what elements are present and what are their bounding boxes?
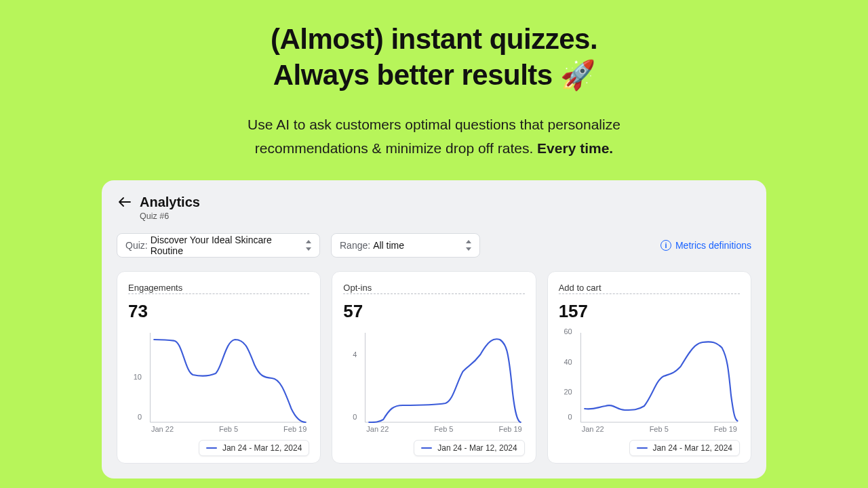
- card-value: 157: [559, 301, 740, 322]
- engagements-chart: 10 0 Jan 22 Feb 5 Feb 19: [128, 327, 309, 436]
- page-title: Analytics: [140, 195, 200, 210]
- metrics-definitions-link[interactable]: i Metrics definitions: [660, 240, 751, 251]
- info-icon: i: [660, 240, 671, 251]
- chevron-updown-icon: [304, 239, 313, 251]
- xtick: Jan 22: [151, 425, 174, 436]
- metrics-link-label: Metrics definitions: [675, 240, 751, 251]
- legend-label: Jan 24 - Mar 12, 2024: [437, 443, 517, 453]
- xtick: Feb 5: [650, 425, 669, 436]
- engagements-card: Engagements 73 10 0 Jan 22: [117, 271, 321, 464]
- hero-sub-line2: recommendations & minimize drop off rate…: [255, 140, 533, 156]
- xtick: Feb 19: [714, 425, 737, 436]
- card-title: Opt-ins: [343, 283, 524, 294]
- legend-swatch-icon: [637, 447, 648, 449]
- chart-legend: Jan 24 - Mar 12, 2024: [199, 440, 309, 456]
- xtick: Feb 19: [498, 425, 521, 436]
- xtick: Feb 5: [434, 425, 453, 436]
- quiz-select[interactable]: Quiz: Discover Your Ideal Skincare Routi…: [117, 233, 320, 258]
- hero-line2: Always better results: [273, 59, 553, 91]
- card-value: 57: [343, 301, 524, 322]
- optins-card: Opt-ins 57 4 0 Jan 22: [332, 271, 536, 464]
- xtick: Jan 22: [366, 425, 389, 436]
- card-value: 73: [128, 301, 309, 322]
- legend-label: Jan 24 - Mar 12, 2024: [653, 443, 732, 453]
- range-select[interactable]: Range: All time: [331, 233, 480, 258]
- hero-sub-bold: Every time.: [537, 140, 613, 156]
- hero-title: (Almost) instant quizzes. Always better …: [0, 22, 868, 93]
- hero-line1: (Almost) instant quizzes.: [271, 23, 597, 55]
- legend-label: Jan 24 - Mar 12, 2024: [222, 443, 302, 453]
- analytics-panel: Analytics Quiz #6 Quiz: Discover Your Id…: [102, 180, 766, 479]
- hero: (Almost) instant quizzes. Always better …: [0, 0, 868, 160]
- back-arrow-icon[interactable]: [117, 194, 133, 210]
- rocket-icon: 🚀: [560, 59, 595, 91]
- toolbar: Quiz: Discover Your Ideal Skincare Routi…: [117, 233, 751, 258]
- legend-swatch-icon: [206, 447, 217, 449]
- card-title: Add to cart: [559, 283, 740, 294]
- quiz-select-label: Quiz:: [125, 240, 148, 251]
- range-select-label: Range:: [340, 240, 370, 251]
- add-to-cart-chart: 60 40 20 0 Jan 22 Feb 5 Feb 19: [559, 327, 740, 436]
- card-title: Engagements: [128, 283, 309, 294]
- page-subtitle: Quiz #6: [140, 211, 751, 221]
- chart-cards: Engagements 73 10 0 Jan 22: [117, 271, 751, 464]
- hero-subtitle: Use AI to ask customers optimal question…: [0, 113, 868, 160]
- chevron-updown-icon: [465, 239, 473, 251]
- x-axis-ticks: Jan 22 Feb 5 Feb 19: [151, 425, 307, 436]
- xtick: Feb 19: [283, 425, 307, 436]
- quiz-select-value: Discover Your Ideal Skincare Routine: [151, 235, 296, 256]
- xtick: Jan 22: [582, 425, 604, 436]
- x-axis-ticks: Jan 22 Feb 5 Feb 19: [366, 425, 521, 436]
- legend-swatch-icon: [421, 447, 432, 449]
- range-select-value: All time: [373, 240, 404, 251]
- add-to-cart-card: Add to cart 157 60 40 20 0: [547, 271, 751, 464]
- xtick: Feb 5: [219, 425, 238, 436]
- chart-legend: Jan 24 - Mar 12, 2024: [629, 440, 740, 456]
- hero-sub-line1: Use AI to ask customers optimal question…: [248, 117, 620, 132]
- optins-chart: 4 0 Jan 22 Feb 5 Feb 19: [343, 327, 524, 436]
- x-axis-ticks: Jan 22 Feb 5 Feb 19: [582, 425, 737, 436]
- chart-legend: Jan 24 - Mar 12, 2024: [414, 440, 524, 456]
